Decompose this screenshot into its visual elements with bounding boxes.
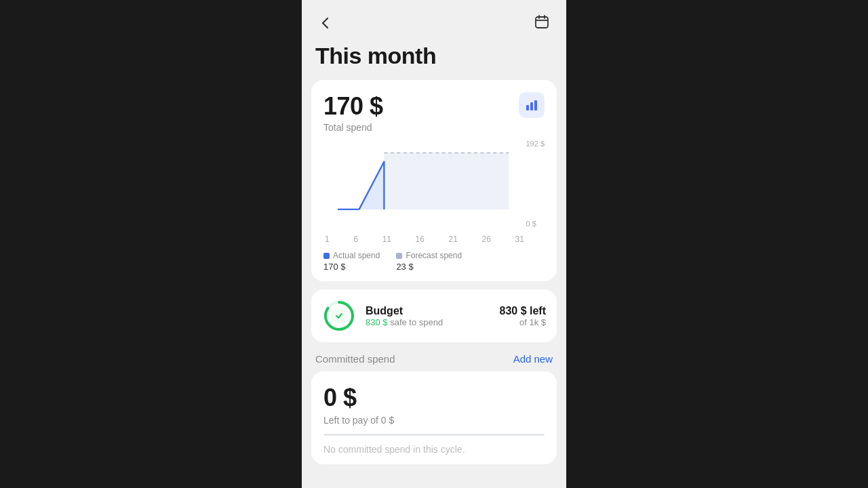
x-label-1: 1 <box>325 235 330 244</box>
svg-rect-3 <box>534 100 537 110</box>
budget-info: Budget 830 $ safe to spend <box>366 305 490 327</box>
chart-icon-button[interactable] <box>519 92 545 118</box>
budget-of-text: of 1k $ <box>500 317 546 327</box>
actual-dot <box>323 253 330 259</box>
forecast-amount: 23 $ <box>396 262 462 272</box>
page-title: This month <box>302 40 566 80</box>
total-amount-row: 170 $ Total spend <box>323 92 545 140</box>
zero-amount: 0 $ <box>323 384 545 412</box>
x-label-16: 16 <box>416 235 425 244</box>
x-label-31: 31 <box>515 235 524 244</box>
svg-marker-6 <box>338 162 384 209</box>
budget-card: Budget 830 $ safe to spend 830 $ left of… <box>311 289 557 342</box>
forecast-dot <box>396 253 402 259</box>
add-new-button[interactable]: Add new <box>513 353 553 365</box>
budget-ring <box>322 299 356 333</box>
budget-left-amount: 830 $ left <box>500 305 546 317</box>
legend-forecast: Forecast spend 23 $ <box>396 251 462 272</box>
x-label-11: 11 <box>382 235 391 244</box>
header <box>302 0 566 40</box>
budget-subtitle: 830 $ safe to spend <box>366 317 490 327</box>
progress-bar <box>323 434 545 436</box>
x-label-21: 21 <box>449 235 458 244</box>
total-spend-label: Total spend <box>323 122 383 133</box>
actual-label: Actual spend <box>333 251 380 260</box>
budget-title: Budget <box>366 305 490 317</box>
x-label-6: 6 <box>353 235 358 244</box>
chart-legend: Actual spend 170 $ Forecast spend 23 $ <box>323 251 545 272</box>
no-committed-text: No committed spend in this cycle. <box>323 444 545 455</box>
svg-rect-2 <box>530 102 533 110</box>
x-label-26: 26 <box>482 235 491 244</box>
y-min-label: 0 $ <box>526 220 545 228</box>
legend-actual: Actual spend 170 $ <box>323 251 380 272</box>
zero-label: Left to pay of 0 $ <box>323 415 545 426</box>
actual-amount: 170 $ <box>323 262 380 272</box>
forecast-label: Forecast spend <box>406 251 462 260</box>
committed-title: Committed spend <box>315 353 395 365</box>
budget-right: 830 $ left of 1k $ <box>500 305 546 327</box>
spend-chart: 192 $ 0 $ <box>323 140 545 228</box>
calendar-button[interactable] <box>531 11 553 35</box>
spend-card: 170 $ Total spend 192 $ 0 $ <box>311 80 557 281</box>
svg-rect-0 <box>536 17 548 28</box>
chart-y-labels: 192 $ 0 $ <box>526 140 545 228</box>
phone-screen: This month 170 $ Total spend 192 $ 0 $ <box>302 0 566 488</box>
chart-x-labels: 1 6 11 16 21 26 31 <box>323 232 545 244</box>
back-button[interactable] <box>315 13 336 33</box>
y-max-label: 192 $ <box>526 140 545 148</box>
total-amount-value: 170 $ <box>323 92 383 121</box>
svg-point-9 <box>331 308 347 324</box>
svg-rect-1 <box>526 105 529 110</box>
committed-header: Committed spend Add new <box>302 350 566 371</box>
svg-marker-4 <box>384 153 509 209</box>
back-arrow-icon <box>318 16 333 30</box>
zero-card: 0 $ Left to pay of 0 $ No committed spen… <box>311 371 557 464</box>
chart-svg <box>323 140 545 228</box>
